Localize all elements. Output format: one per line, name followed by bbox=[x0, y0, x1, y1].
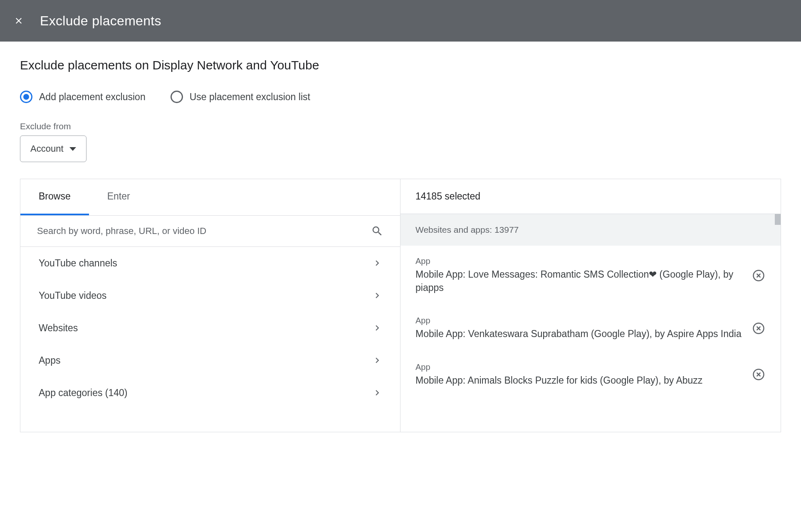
radio-use-list-label: Use placement exclusion list bbox=[190, 91, 310, 103]
group-header: Websites and apps: 13977 bbox=[400, 214, 781, 246]
right-panel: 14185 selected Websites and apps: 13977 … bbox=[400, 179, 781, 432]
list-item-text: App Mobile App: Venkateswara Suprabatham… bbox=[415, 316, 743, 340]
tabs: Browse Enter bbox=[20, 179, 400, 215]
browse-item-label: Websites bbox=[39, 323, 78, 334]
exclude-from-value: Account bbox=[30, 143, 64, 154]
left-panel: Browse Enter YouTube channels YouTube vi… bbox=[20, 179, 400, 432]
radio-add-label: Add placement exclusion bbox=[39, 91, 146, 103]
list-item: App Mobile App: Venkateswara Suprabatham… bbox=[400, 305, 781, 351]
radio-dot-inner bbox=[23, 94, 29, 100]
browse-item-apps[interactable]: Apps bbox=[20, 344, 400, 377]
tab-enter[interactable]: Enter bbox=[89, 179, 148, 215]
section-title: Exclude placements on Display Network an… bbox=[20, 58, 781, 72]
browse-item-youtube-videos[interactable]: YouTube videos bbox=[20, 279, 400, 312]
list-item-text: App Mobile App: Animals Blocks Puzzle fo… bbox=[415, 362, 743, 387]
content: Exclude placements on Display Network an… bbox=[0, 42, 801, 449]
close-icon[interactable] bbox=[12, 15, 25, 27]
search-row bbox=[20, 216, 400, 247]
radio-group: Add placement exclusion Use placement ex… bbox=[20, 91, 781, 103]
caret-down-icon bbox=[69, 147, 76, 151]
browse-item-label: Apps bbox=[39, 355, 60, 366]
radio-add-exclusion[interactable]: Add placement exclusion bbox=[20, 91, 146, 103]
list-item-text: App Mobile App: Love Messages: Romantic … bbox=[415, 256, 743, 294]
list-item: App Mobile App: Love Messages: Romantic … bbox=[400, 246, 781, 305]
item-type: App bbox=[415, 256, 743, 266]
search-input[interactable] bbox=[37, 226, 371, 236]
browse-item-websites[interactable]: Websites bbox=[20, 312, 400, 344]
item-name: Mobile App: Love Messages: Romantic SMS … bbox=[415, 268, 743, 294]
remove-button[interactable] bbox=[752, 268, 766, 283]
browse-item-app-categories[interactable]: App categories (140) bbox=[20, 377, 400, 409]
exclude-from-label: Exclude from bbox=[20, 121, 781, 131]
dialog-title: Exclude placements bbox=[40, 13, 161, 29]
remove-button[interactable] bbox=[752, 321, 766, 335]
dialog-header: Exclude placements bbox=[0, 0, 801, 42]
remove-button[interactable] bbox=[752, 367, 766, 382]
chevron-right-icon bbox=[371, 289, 383, 302]
list-item: App Mobile App: Animals Blocks Puzzle fo… bbox=[400, 352, 781, 398]
browse-item-label: App categories (140) bbox=[39, 387, 128, 399]
selected-count: 14185 selected bbox=[400, 179, 781, 214]
item-type: App bbox=[415, 362, 743, 372]
radio-dot-outer bbox=[171, 91, 183, 103]
browse-item-label: YouTube videos bbox=[39, 290, 106, 301]
item-name: Mobile App: Venkateswara Suprabatham (Go… bbox=[415, 327, 743, 340]
chevron-right-icon bbox=[371, 354, 383, 367]
chevron-right-icon bbox=[371, 387, 383, 399]
browse-list: YouTube channels YouTube videos Websites… bbox=[20, 247, 400, 432]
radio-dot-outer bbox=[20, 91, 32, 103]
tab-browse[interactable]: Browse bbox=[20, 179, 89, 215]
browse-item-label: YouTube channels bbox=[39, 258, 117, 269]
radio-use-list[interactable]: Use placement exclusion list bbox=[171, 91, 310, 103]
chevron-right-icon bbox=[371, 322, 383, 334]
search-icon[interactable] bbox=[371, 225, 383, 237]
item-type: App bbox=[415, 316, 743, 325]
scrollbar[interactable] bbox=[775, 214, 781, 225]
exclude-from-dropdown[interactable]: Account bbox=[20, 135, 87, 162]
panels: Browse Enter YouTube channels YouTube vi… bbox=[20, 179, 781, 432]
item-name: Mobile App: Animals Blocks Puzzle for ki… bbox=[415, 374, 743, 387]
chevron-right-icon bbox=[371, 257, 383, 269]
selected-items-list: App Mobile App: Love Messages: Romantic … bbox=[400, 246, 781, 432]
browse-item-youtube-channels[interactable]: YouTube channels bbox=[20, 247, 400, 279]
